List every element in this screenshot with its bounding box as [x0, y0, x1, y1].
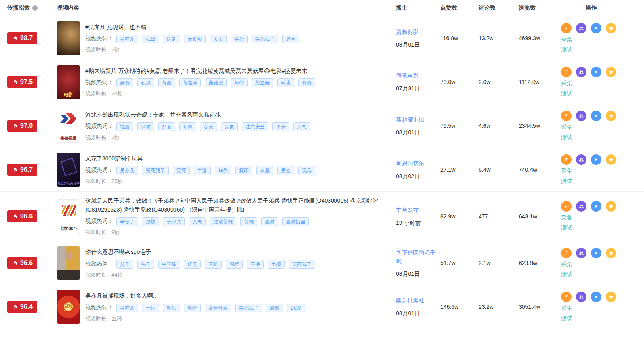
hot-word-tag[interactable]: 背景音乐	[205, 304, 231, 312]
hot-word-tag[interactable]: 电报	[268, 260, 285, 269]
favorite-star-icon[interactable]	[606, 23, 616, 33]
detail-list-icon[interactable]	[561, 111, 572, 121]
hot-word-tag[interactable]: 耳机	[205, 260, 222, 269]
hot-word-tag[interactable]: 专家	[179, 122, 196, 131]
collect-link[interactable]: 采集	[561, 36, 572, 43]
hot-word-tag[interactable]: 致敬英雄	[210, 217, 236, 226]
hot-word-tag[interactable]: 感谢祖国	[282, 217, 309, 226]
collect-link[interactable]: 采集	[561, 124, 572, 131]
hot-word-tag[interactable]: 子弟兵	[163, 217, 185, 226]
hot-word-tag[interactable]: 笑死	[231, 35, 248, 43]
hot-word-tag[interactable]: 蘑菇屋	[205, 78, 227, 87]
hot-word-tag[interactable]: 多关	[210, 35, 227, 43]
author-link[interactable]: 清叔剪影	[396, 28, 440, 36]
video-title[interactable]: 又花了3000定制个玩具	[85, 154, 388, 163]
detail-list-icon[interactable]	[561, 23, 572, 33]
hot-word-tag[interactable]: 黄磊	[158, 78, 175, 87]
author-link[interactable]: 肖恩阿切尔	[396, 159, 440, 168]
favorite-star-icon[interactable]	[606, 111, 616, 121]
detail-list-icon[interactable]	[561, 248, 572, 258]
audience-analysis-icon[interactable]	[576, 248, 586, 258]
hot-word-tag[interactable]: 配音	[184, 304, 201, 312]
detail-list-icon[interactable]	[561, 67, 572, 77]
video-title[interactable]: 河北南部出现乳状云奇观！专家：并非暴风雨来临前兆	[85, 111, 388, 119]
author-link[interactable]: 燕赵都市报	[396, 115, 440, 124]
test-link[interactable]: 测试	[561, 315, 572, 322]
hot-word-tag[interactable]: 笑死我了	[289, 260, 315, 269]
video-thumbnail[interactable]: 爆	[57, 290, 80, 324]
hot-word-tag[interactable]: 无疫烦	[184, 35, 206, 43]
author-link[interactable]: 丰台发布	[396, 206, 440, 214]
hot-word-tag[interactable]: 平安	[272, 122, 289, 131]
hot-word-tag[interactable]: 我出	[142, 35, 159, 43]
hot-word-tag[interactable]: 笑死我了	[235, 304, 262, 312]
audience-analysis-icon[interactable]	[576, 67, 586, 77]
play-video-icon[interactable]	[591, 67, 601, 77]
audience-analysis-icon[interactable]	[576, 154, 586, 165]
collect-link[interactable]: 采集	[561, 305, 572, 312]
hot-word-tag[interactable]: 感谢	[261, 217, 278, 226]
hot-word-tag[interactable]: 辛苦了	[116, 217, 138, 226]
hot-word-tag[interactable]: 靖康	[277, 78, 294, 87]
info-icon[interactable]	[32, 5, 38, 11]
hot-word-tag[interactable]: 致敬	[142, 217, 159, 226]
hot-word-tag[interactable]: 国粹	[226, 260, 243, 269]
video-thumbnail[interactable]: 肖恩的玩具分享	[57, 153, 80, 187]
video-title[interactable]: #吴亦凡 兑现诺言也不错	[85, 23, 388, 32]
hot-word-tag[interactable]: 吴签	[277, 166, 294, 175]
detail-list-icon[interactable]	[561, 154, 572, 165]
play-video-icon[interactable]	[591, 292, 601, 302]
hot-word-tag[interactable]: 英雄	[240, 217, 257, 226]
hot-word-tag[interactable]: 地震	[116, 122, 133, 131]
video-title[interactable]: 这就是人民子弟兵，致敬！ #子弟兵 #向中国人民子弟兵致敬 #致敬人民子弟兵 @…	[85, 197, 388, 214]
hot-word-tag[interactable]: 毛子	[137, 260, 154, 269]
video-title[interactable]: 你什么意思不嘞#csgo毛子	[85, 248, 388, 257]
video-thumbnail[interactable]	[57, 246, 80, 280]
test-link[interactable]: 测试	[561, 271, 572, 278]
collect-link[interactable]: 采集	[561, 80, 572, 87]
hot-word-tag[interactable]: 优美	[184, 260, 201, 269]
hot-word-tag[interactable]: 音乐	[142, 304, 159, 312]
hot-word-tag[interactable]: 保佑	[137, 122, 154, 131]
hot-word-tag[interactable]: 吴亦凡	[116, 304, 138, 312]
test-link[interactable]: 测试	[561, 224, 572, 232]
author-link[interactable]: 字正腔圆的毛子咧	[396, 249, 440, 265]
hot-word-tag[interactable]: 送走	[163, 35, 180, 43]
video-title[interactable]: #鹅来唠新片 万众期待的#黄磊 老师来了！看完花絮黄磊喊吴磊去蘑菇屋😂电影#盛夏…	[85, 67, 388, 76]
test-link[interactable]: 测试	[561, 46, 572, 53]
hot-word-tag[interactable]: BGM	[287, 304, 305, 312]
video-thumbnail[interactable]: 燕都视频	[57, 109, 80, 143]
favorite-star-icon[interactable]	[606, 67, 616, 77]
hot-word-tag[interactable]: 吴磊	[116, 78, 133, 87]
detail-list-icon[interactable]	[561, 201, 572, 212]
author-link[interactable]: 腾讯电影	[396, 72, 440, 80]
hot-word-tag[interactable]: 复印	[235, 166, 252, 175]
video-title[interactable]: 吴亦凡被捕现场，好多人啊...	[85, 292, 388, 300]
hot-word-tag[interactable]: 漂亮	[200, 122, 217, 131]
collect-link[interactable]: 采集	[561, 261, 572, 268]
video-thumbnail[interactable]: 电影	[57, 65, 80, 99]
hot-word-tag[interactable]: 吴亦凡	[116, 35, 138, 43]
hot-word-tag[interactable]: 中国话	[158, 260, 180, 269]
play-video-icon[interactable]	[591, 248, 601, 258]
hot-word-tag[interactable]: 师傅	[231, 78, 248, 87]
hot-word-tag[interactable]: 监狱	[266, 304, 283, 312]
hot-word-tag[interactable]: 漂亮	[173, 166, 190, 175]
hot-word-tag[interactable]: 异象	[221, 122, 238, 131]
hot-word-tag[interactable]: 吴亦凡	[116, 166, 138, 175]
favorite-star-icon[interactable]	[606, 154, 616, 165]
audience-analysis-icon[interactable]	[576, 23, 586, 33]
hot-word-tag[interactable]: 华为	[215, 166, 231, 175]
play-video-icon[interactable]	[591, 154, 601, 165]
hot-word-tag[interactable]: 玩具	[298, 166, 315, 175]
favorite-star-icon[interactable]	[606, 292, 616, 302]
favorite-star-icon[interactable]	[606, 201, 616, 212]
favorite-star-icon[interactable]	[606, 248, 616, 258]
detail-list-icon[interactable]	[561, 292, 572, 302]
hot-word-tag[interactable]: 彭昱畅	[252, 78, 273, 87]
hot-word-tag[interactable]: 黄老师	[179, 78, 201, 87]
play-video-icon[interactable]	[591, 23, 601, 33]
collect-link[interactable]: 采集	[561, 214, 572, 222]
video-thumbnail[interactable]	[57, 21, 80, 55]
hot-word-tag[interactable]: 砍点	[137, 78, 154, 87]
